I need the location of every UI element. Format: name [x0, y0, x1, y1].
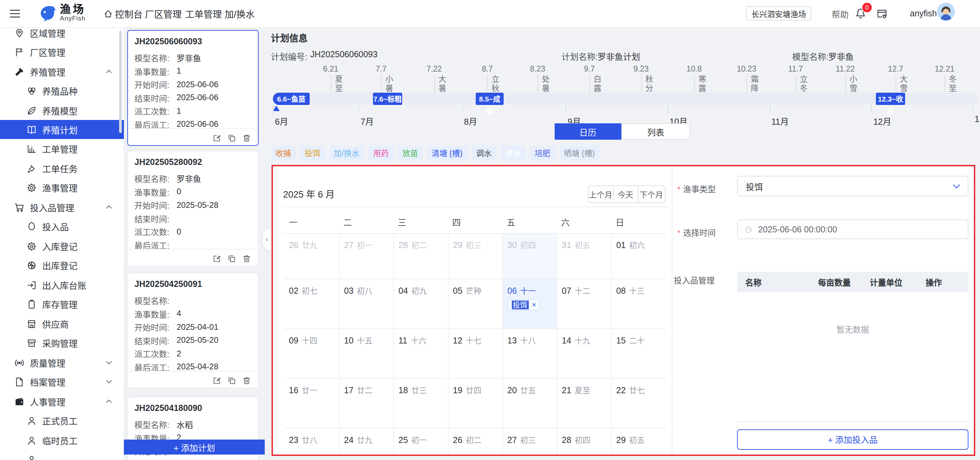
- avatar[interactable]: [937, 2, 955, 20]
- event-tag-water-in[interactable]: 进水: [501, 146, 526, 161]
- sidebar-item-hr[interactable]: 人事管理: [0, 392, 124, 411]
- calendar-cell[interactable]: 17廿二: [339, 379, 393, 428]
- phase-block[interactable]: 12.3~收获: [876, 93, 905, 105]
- copy-icon[interactable]: [227, 376, 236, 385]
- sidebar-item-staff-temp[interactable]: 临时员工: [0, 431, 124, 450]
- calendar-cell[interactable]: 26初二: [447, 428, 502, 455]
- calendar-cell[interactable]: 13十八: [502, 329, 556, 378]
- sidebar-item-inputs-mgmt[interactable]: 投入品管理: [0, 198, 124, 217]
- today-button[interactable]: 今天: [614, 185, 638, 203]
- calendar-cell-selected[interactable]: 06十一 投饵 ×: [502, 279, 556, 328]
- calendar-cell[interactable]: 24廿九: [339, 428, 393, 455]
- remove-event-icon[interactable]: ×: [532, 300, 536, 309]
- plan-card[interactable]: JH202506060093 模型名称:罗非鱼 渔事数量:1 开始时间:2025…: [127, 30, 259, 146]
- sidebar-item-region[interactable]: 区域管理: [0, 27, 124, 42]
- calendar-cell[interactable]: 18廿三: [393, 379, 447, 428]
- edit-icon[interactable]: [212, 133, 221, 142]
- hamburger-menu-icon[interactable]: [10, 0, 21, 27]
- copy-icon[interactable]: [227, 254, 236, 263]
- calendar-cell[interactable]: 03初八: [339, 279, 393, 328]
- calendar-cell[interactable]: 14十九: [556, 329, 611, 378]
- prev-month-button[interactable]: 上个月: [588, 185, 614, 203]
- nav-item-factory[interactable]: 厂区管理: [145, 0, 182, 27]
- calendar-cell[interactable]: 27初一: [339, 233, 393, 278]
- sidebar-item-ledger[interactable]: 出入库台账: [0, 275, 124, 294]
- farm-select[interactable]: 长兴泗安塘渔场: [746, 6, 811, 21]
- delete-icon[interactable]: [242, 376, 251, 385]
- calendar-cell[interactable]: 10十五: [339, 329, 393, 378]
- sidebar-item-plan[interactable]: 养殖计划: [0, 120, 124, 139]
- delete-icon[interactable]: [242, 133, 251, 142]
- sidebar-item-species[interactable]: 养殖品种: [0, 81, 124, 100]
- calendar-cell[interactable]: 23廿八: [284, 428, 339, 455]
- sidebar-item-farming-mgmt[interactable]: 养殖管理: [0, 62, 124, 81]
- sidebar-item-model[interactable]: 养殖模型: [0, 101, 124, 120]
- sidebar-item-quality[interactable]: 质量管理: [0, 353, 124, 372]
- help-link[interactable]: 帮助: [832, 0, 849, 27]
- sidebar-item-archives[interactable]: 档案管理: [0, 372, 124, 391]
- calendar-event-tag[interactable]: 投饵 ×: [508, 299, 540, 310]
- sidebar-item-factory[interactable]: 厂区管理: [0, 42, 124, 61]
- event-type-select[interactable]: 投饵: [737, 176, 969, 196]
- tab-calendar[interactable]: 日历: [554, 123, 621, 140]
- calendar-cell[interactable]: 07十二: [556, 279, 611, 328]
- calendar-cell[interactable]: 29初三: [447, 233, 502, 278]
- calendar-cell[interactable]: 22廿七: [611, 379, 665, 428]
- nav-item-water[interactable]: 加/换水: [224, 0, 255, 27]
- add-plan-button[interactable]: + 添加计划: [124, 439, 265, 455]
- edit-icon[interactable]: [212, 254, 221, 263]
- calendar-cell[interactable]: 19廿四: [447, 379, 502, 428]
- delete-icon[interactable]: [242, 254, 251, 263]
- sidebar-item-purchase[interactable]: 采购管理: [0, 333, 124, 352]
- sidebar-item-fishery-mgmt[interactable]: 渔事管理: [0, 178, 124, 197]
- event-tag-water-change[interactable]: 加/换水: [329, 146, 364, 161]
- event-tag-harvest[interactable]: 收捕: [270, 146, 296, 161]
- plan-card[interactable]: JH202504250091 模型名称: 渔事数量:4 开始时间:2025-04…: [127, 273, 259, 388]
- calendar-cell[interactable]: 20廿五: [502, 379, 556, 428]
- calendar-cell[interactable]: 04初九: [393, 279, 447, 328]
- tab-list[interactable]: 列表: [621, 123, 690, 140]
- sidebar-item-inputs[interactable]: 投入品: [0, 217, 124, 236]
- nav-item-console[interactable]: 控制台: [115, 0, 143, 27]
- calendar-cell[interactable]: 28初四: [556, 428, 611, 455]
- workbench-settings-icon[interactable]: [877, 8, 888, 22]
- calendar-cell[interactable]: 15二十: [611, 329, 665, 378]
- calendar-cell[interactable]: 05芒种: [447, 279, 502, 328]
- sidebar-item-outbound[interactable]: 出库登记: [0, 256, 124, 275]
- event-tag-pond-clean[interactable]: 清塘 (槽): [427, 146, 467, 161]
- sidebar-item-workorder-mgmt[interactable]: 工单管理: [0, 139, 124, 158]
- username[interactable]: anyfish: [910, 0, 937, 27]
- phase-block[interactable]: 8.5~成鱼: [476, 93, 504, 105]
- sidebar-scrollbar-thumb[interactable]: [119, 31, 122, 133]
- calendar-cell[interactable]: 25初一: [393, 428, 447, 455]
- add-input-button[interactable]: + 添加投入品: [737, 429, 969, 449]
- event-tag-stocking[interactable]: 放苗: [398, 146, 423, 161]
- event-tag-pond-dry[interactable]: 晒塘 (槽): [559, 146, 600, 161]
- event-tag-water-adjust[interactable]: 调水: [471, 146, 496, 161]
- copy-icon[interactable]: [227, 133, 236, 142]
- calendar-cell[interactable]: 12十七: [447, 329, 502, 378]
- calendar-cell[interactable]: 09十四: [284, 329, 339, 378]
- phase-block[interactable]: 6.6~鱼苗: [273, 93, 310, 105]
- event-tag-feeding[interactable]: 投饵: [300, 146, 325, 161]
- calendar-cell[interactable]: 29初五: [611, 428, 665, 455]
- nav-item-workorder[interactable]: 工单管理: [185, 0, 222, 27]
- event-tag-fertilize[interactable]: 培肥: [530, 146, 555, 161]
- edit-icon[interactable]: [212, 376, 221, 385]
- sidebar-item-inbound[interactable]: 入库登记: [0, 236, 124, 256]
- calendar-cell[interactable]: 28初二: [393, 233, 447, 278]
- event-tag-medicine[interactable]: 用药: [368, 146, 393, 161]
- calendar-cell[interactable]: 02初七: [284, 279, 339, 328]
- calendar-cell[interactable]: 11十六: [393, 329, 447, 378]
- calendar-cell[interactable]: 31初五: [556, 233, 611, 278]
- calendar-cell[interactable]: 16廿一: [284, 379, 339, 428]
- time-input[interactable]: 2025-06-06 00:00:00: [737, 219, 969, 239]
- calendar-cell[interactable]: 21夏至: [556, 379, 611, 428]
- calendar-cell-hover[interactable]: 30初四: [502, 233, 556, 278]
- calendar-cell[interactable]: 26廿九: [284, 233, 339, 278]
- sidebar-item-staff-formal[interactable]: 正式员工: [0, 411, 124, 430]
- next-month-button[interactable]: 下个月: [638, 185, 665, 203]
- calendar-cell[interactable]: 08十三: [611, 279, 665, 328]
- sidebar-item-workorder-task[interactable]: 工单任务: [0, 159, 124, 178]
- calendar-cell[interactable]: 01初六: [611, 233, 665, 278]
